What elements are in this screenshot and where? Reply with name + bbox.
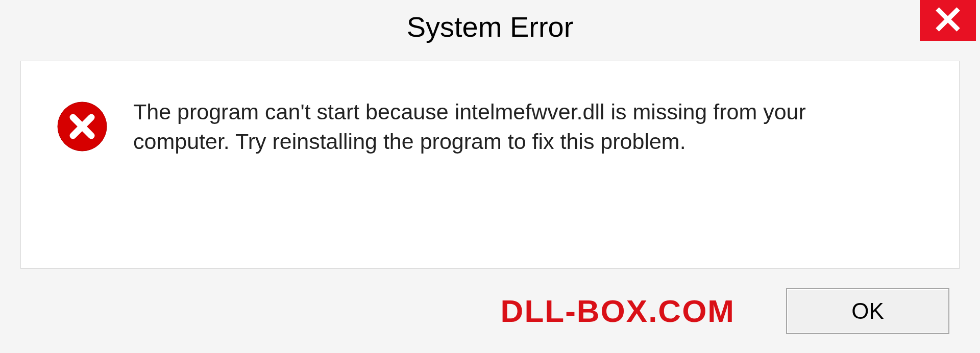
title-bar: System Error [0, 0, 980, 54]
close-icon [935, 6, 961, 35]
system-error-dialog: System Error The program can't start bec… [0, 0, 980, 353]
ok-button[interactable]: OK [786, 288, 949, 334]
content-panel: The program can't start because intelmef… [20, 61, 960, 269]
button-bar: DLL-BOX.COM OK [0, 269, 980, 353]
watermark-text: DLL-BOX.COM [20, 293, 735, 329]
error-icon [57, 101, 108, 152]
dialog-title: System Error [407, 10, 574, 43]
close-button[interactable] [920, 0, 976, 41]
error-message: The program can't start because intelmef… [133, 97, 899, 156]
